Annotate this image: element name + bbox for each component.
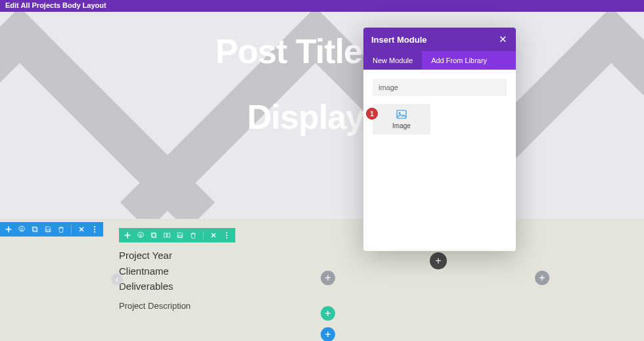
- svg-rect-2: [47, 229, 50, 231]
- more-icon[interactable]: [222, 231, 231, 240]
- tab-add-from-library[interactable]: Add From Library: [422, 51, 496, 70]
- content-line: Deliverables: [119, 279, 191, 294]
- add-section-button[interactable]: +: [321, 327, 335, 341]
- svg-rect-8: [164, 233, 167, 237]
- toolbar-divider: [203, 231, 204, 240]
- insert-module-modal: Insert Module ✕ New Module Add From Libr…: [363, 28, 516, 251]
- module-label: Image: [375, 122, 428, 129]
- row-toolbar: [119, 228, 235, 242]
- add-icon[interactable]: [4, 225, 13, 234]
- close-icon[interactable]: ✕: [497, 34, 508, 45]
- add-row-button[interactable]: +: [321, 306, 335, 321]
- svg-point-5: [94, 231, 95, 233]
- close-icon[interactable]: [209, 231, 218, 240]
- add-icon[interactable]: [123, 231, 132, 240]
- hero-title: Post Title Will: [0, 32, 644, 71]
- save-icon[interactable]: [175, 231, 185, 240]
- svg-point-13: [226, 237, 227, 239]
- add-module-button[interactable]: +: [321, 271, 335, 285]
- save-icon[interactable]: [43, 225, 53, 234]
- svg-rect-14: [397, 110, 406, 118]
- trash-icon[interactable]: [57, 225, 66, 234]
- svg-rect-7: [152, 234, 156, 238]
- content-line: Clientname: [119, 264, 191, 279]
- more-icon[interactable]: [90, 225, 99, 234]
- hero-section: Post Title Will Display H: [0, 12, 644, 219]
- content-line: Project Year: [119, 248, 191, 263]
- module-item-image[interactable]: 1 Image: [373, 104, 430, 135]
- top-bar: Edit All Projects Body Layout: [0, 0, 644, 12]
- modal-body: 1 Image: [363, 70, 516, 251]
- toolbar-divider: [71, 225, 72, 234]
- svg-rect-9: [168, 233, 170, 237]
- content-description: Project Description: [119, 300, 191, 313]
- modal-header: Insert Module ✕: [363, 28, 516, 51]
- section-toolbar: [0, 222, 103, 237]
- columns-icon[interactable]: [162, 231, 172, 240]
- svg-rect-6: [151, 233, 155, 237]
- add-module-button[interactable]: +: [430, 252, 447, 269]
- svg-rect-0: [32, 227, 36, 231]
- hero-subtitle: Display H: [0, 97, 644, 137]
- svg-rect-1: [34, 228, 37, 232]
- svg-point-4: [94, 229, 95, 230]
- gear-icon[interactable]: [17, 225, 26, 234]
- trash-icon[interactable]: [189, 231, 198, 240]
- top-bar-title: Edit All Projects Body Layout: [5, 1, 106, 9]
- svg-point-11: [226, 232, 227, 233]
- add-module-button[interactable]: +: [535, 271, 549, 285]
- close-icon[interactable]: [77, 225, 86, 234]
- gear-icon[interactable]: [136, 231, 145, 240]
- tab-new-module[interactable]: New Module: [363, 51, 422, 70]
- content-block: Project Year Clientname Deliverables Pro…: [119, 248, 191, 312]
- modal-title: Insert Module: [371, 35, 427, 45]
- duplicate-icon[interactable]: [149, 231, 158, 240]
- svg-rect-10: [179, 235, 182, 237]
- svg-point-3: [94, 226, 95, 227]
- column-handle[interactable]: ‹: [111, 273, 123, 285]
- modal-tabs: New Module Add From Library: [363, 51, 516, 70]
- step-badge: 1: [366, 108, 378, 120]
- svg-point-12: [226, 235, 227, 236]
- duplicate-icon[interactable]: [30, 225, 39, 234]
- image-icon: [396, 109, 407, 120]
- svg-point-15: [399, 112, 401, 114]
- module-search-input[interactable]: [373, 79, 507, 96]
